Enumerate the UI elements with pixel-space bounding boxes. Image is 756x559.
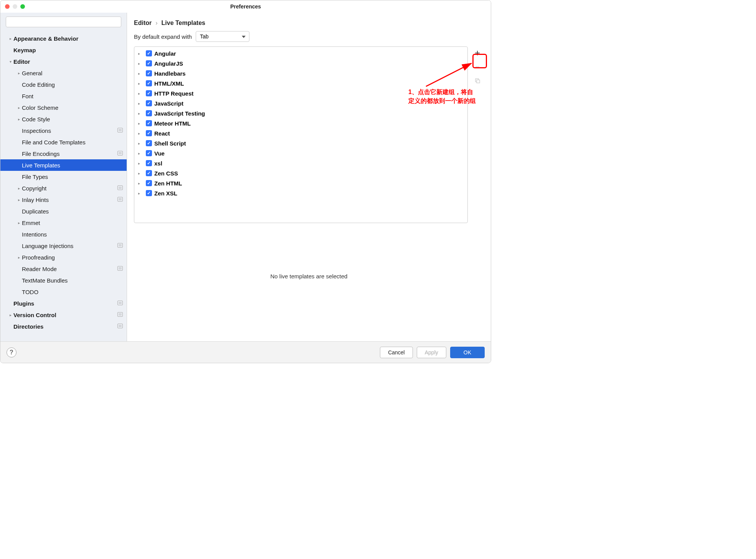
sidebar-item[interactable]: Inspections xyxy=(0,125,127,136)
sidebar-item-label: Directories xyxy=(13,323,43,330)
sidebar-item-label: Proofreading xyxy=(22,254,55,261)
ok-button[interactable]: OK xyxy=(450,347,485,358)
sidebar-item[interactable]: ▸General xyxy=(0,67,127,79)
project-badge-icon xyxy=(117,197,123,203)
checkbox-checked-icon[interactable]: ✓ xyxy=(146,110,152,116)
sidebar-item-label: TODO xyxy=(22,289,38,295)
chevron-right-icon: ▸ xyxy=(138,171,144,175)
sidebar-item[interactable]: Keymap xyxy=(0,44,127,56)
sidebar-item[interactable]: Duplicates xyxy=(0,205,127,217)
template-group-row[interactable]: ▸✓JavaScript xyxy=(134,98,467,108)
sidebar-item[interactable]: ▸Emmet xyxy=(0,217,127,228)
sidebar-item[interactable]: Code Editing xyxy=(0,79,127,90)
checkbox-checked-icon[interactable]: ✓ xyxy=(146,170,152,176)
maximize-icon[interactable] xyxy=(20,4,25,9)
project-badge-icon xyxy=(117,151,123,157)
sidebar-item[interactable]: TODO xyxy=(0,286,127,298)
sidebar-item[interactable]: TextMate Bundles xyxy=(0,275,127,286)
chevron-right-icon: ▸ xyxy=(138,181,144,185)
sidebar-item[interactable]: ▸Color Scheme xyxy=(0,102,127,113)
checkbox-checked-icon[interactable]: ✓ xyxy=(146,50,152,56)
duplicate-button[interactable] xyxy=(472,75,483,86)
search-input[interactable] xyxy=(6,17,121,27)
sidebar-item[interactable]: ▸Inlay Hints xyxy=(0,194,127,205)
template-group-row[interactable]: ▸✓Shell Script xyxy=(134,138,467,148)
breadcrumb-parent: Editor xyxy=(134,20,152,26)
preferences-window: Preferences ▸Appearance & BehaviorKeymap… xyxy=(0,0,491,363)
sidebar-item[interactable]: Directories xyxy=(0,321,127,332)
template-group-row[interactable]: ▸✓Meteor HTML xyxy=(134,118,467,128)
checkbox-checked-icon[interactable]: ✓ xyxy=(146,160,152,166)
window-controls xyxy=(5,4,25,9)
expand-select[interactable]: Tab xyxy=(196,31,249,42)
chevron-right-icon: ▸ xyxy=(138,71,144,76)
template-group-row[interactable]: ▸✓AngularJS xyxy=(134,58,467,68)
sidebar-item[interactable]: Language Injections xyxy=(0,240,127,251)
titlebar: Preferences xyxy=(0,0,491,13)
sidebar-item-label: Plugins xyxy=(13,300,34,307)
template-group-label: Zen CSS xyxy=(154,170,178,177)
help-button[interactable]: ? xyxy=(7,347,17,357)
checkbox-checked-icon[interactable]: ✓ xyxy=(146,180,152,186)
checkbox-checked-icon[interactable]: ✓ xyxy=(146,90,152,96)
checkbox-checked-icon[interactable]: ✓ xyxy=(146,70,152,76)
checkbox-checked-icon[interactable]: ✓ xyxy=(146,60,152,66)
checkbox-checked-icon[interactable]: ✓ xyxy=(146,140,152,146)
cancel-button[interactable]: Cancel xyxy=(380,347,413,358)
sidebar-item[interactable]: Live Templates xyxy=(0,159,127,171)
template-group-label: Shell Script xyxy=(154,140,186,147)
template-group-row[interactable]: ▸✓Zen CSS xyxy=(134,168,467,178)
sidebar-item-label: Intentions xyxy=(22,231,47,238)
template-group-label: Zen HTML xyxy=(154,180,182,187)
add-button[interactable]: + xyxy=(472,47,483,59)
template-group-row[interactable]: ▸✓Vue xyxy=(134,148,467,158)
sidebar-item[interactable]: Font xyxy=(0,90,127,102)
template-group-row[interactable]: ▸✓Handlebars xyxy=(134,68,467,78)
sidebar-item[interactable]: Reader Mode xyxy=(0,263,127,275)
checkbox-checked-icon[interactable]: ✓ xyxy=(146,120,152,126)
sidebar-item[interactable]: Plugins xyxy=(0,298,127,309)
close-icon[interactable] xyxy=(5,4,10,9)
checkbox-checked-icon[interactable]: ✓ xyxy=(146,100,152,106)
template-group-row[interactable]: ▸✓Zen HTML xyxy=(134,178,467,188)
breadcrumb: Editor › Live Templates xyxy=(127,13,491,31)
sidebar-item[interactable]: ▸Proofreading xyxy=(0,251,127,263)
chevron-right-icon: ▸ xyxy=(138,141,144,146)
sidebar-item[interactable]: ▸Code Style xyxy=(0,113,127,125)
sidebar-item[interactable]: File Encodings xyxy=(0,148,127,159)
checkbox-checked-icon[interactable]: ✓ xyxy=(146,130,152,136)
sidebar-item-label: Inlay Hints xyxy=(22,197,49,203)
project-badge-icon xyxy=(117,243,123,249)
template-group-row[interactable]: ▸✓Zen XSL xyxy=(134,188,467,198)
template-group-row[interactable]: ▸✓Angular xyxy=(134,48,467,58)
sidebar-item-label: Keymap xyxy=(13,47,36,53)
settings-tree[interactable]: ▸Appearance & BehaviorKeymap▾Editor▸Gene… xyxy=(0,30,127,341)
project-badge-icon xyxy=(117,312,123,318)
checkbox-checked-icon[interactable]: ✓ xyxy=(146,150,152,156)
template-group-row[interactable]: ▸✓HTTP Request xyxy=(134,88,467,98)
sidebar: ▸Appearance & BehaviorKeymap▾Editor▸Gene… xyxy=(0,13,127,341)
sidebar-item-label: General xyxy=(22,70,42,76)
sidebar-item[interactable]: File Types xyxy=(0,171,127,182)
sidebar-item[interactable]: ▸Appearance & Behavior xyxy=(0,33,127,44)
template-list[interactable]: ▸✓Angular▸✓AngularJS▸✓Handlebars▸✓HTML/X… xyxy=(134,46,468,223)
sidebar-item-label: TextMate Bundles xyxy=(22,277,68,284)
checkbox-checked-icon[interactable]: ✓ xyxy=(146,190,152,196)
project-badge-icon xyxy=(117,266,123,272)
template-group-row[interactable]: ▸✓JavaScript Testing xyxy=(134,108,467,118)
sidebar-item[interactable]: Intentions xyxy=(0,228,127,240)
checkbox-checked-icon[interactable]: ✓ xyxy=(146,80,152,86)
template-group-row[interactable]: ▸✓xsl xyxy=(134,158,467,168)
sidebar-item-label: Editor xyxy=(13,58,30,65)
sidebar-item-label: Copyright xyxy=(22,185,46,192)
sidebar-item[interactable]: ▾Editor xyxy=(0,56,127,67)
chevron-right-icon: ▸ xyxy=(138,131,144,136)
template-group-row[interactable]: ▸✓React xyxy=(134,128,467,138)
sidebar-item[interactable]: ▸Copyright xyxy=(0,182,127,194)
sidebar-item[interactable]: ▸Version Control xyxy=(0,309,127,321)
sidebar-item[interactable]: File and Code Templates xyxy=(0,136,127,148)
minimize-icon[interactable] xyxy=(13,4,17,9)
template-group-row[interactable]: ▸✓HTML/XML xyxy=(134,78,467,88)
remove-button[interactable]: − xyxy=(472,61,483,73)
apply-button[interactable]: Apply xyxy=(417,347,446,358)
